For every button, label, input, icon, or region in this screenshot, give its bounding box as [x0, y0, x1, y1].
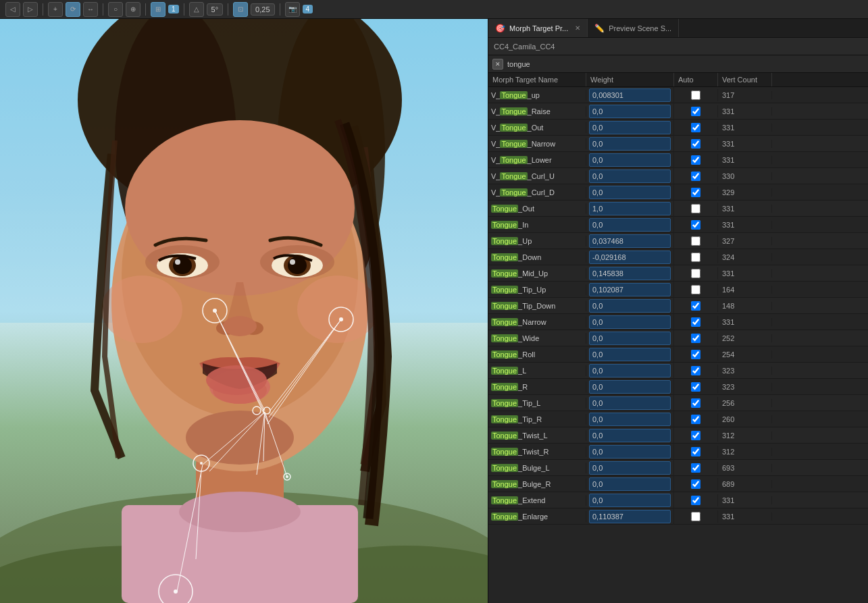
- auto-checkbox[interactable]: [691, 496, 700, 505]
- auto-cell[interactable]: [674, 348, 718, 361]
- weight-cell[interactable]: [586, 217, 674, 233]
- auto-cell[interactable]: [674, 446, 718, 458]
- auto-cell[interactable]: [674, 138, 718, 150]
- weight-cell[interactable]: [586, 201, 674, 217]
- weight-input[interactable]: [589, 477, 671, 491]
- auto-checkbox[interactable]: [691, 285, 700, 294]
- toolbar-btn-grid[interactable]: ⊞: [151, 2, 165, 17]
- auto-checkbox[interactable]: [691, 317, 700, 327]
- auto-cell[interactable]: [674, 462, 718, 474]
- auto-checkbox[interactable]: [691, 107, 700, 116]
- auto-checkbox[interactable]: [691, 431, 700, 440]
- weight-cell[interactable]: [586, 136, 674, 152]
- weight-cell[interactable]: [586, 314, 674, 330]
- weight-input[interactable]: [589, 299, 671, 313]
- toolbar-btn-rotate[interactable]: ⊕: [126, 2, 141, 17]
- auto-checkbox[interactable]: [691, 123, 700, 132]
- auto-cell[interactable]: [674, 284, 718, 296]
- auto-checkbox[interactable]: [691, 415, 700, 424]
- weight-cell[interactable]: [586, 379, 674, 395]
- weight-input[interactable]: [589, 510, 671, 523]
- weight-input[interactable]: [589, 251, 671, 264]
- weight-cell[interactable]: [586, 492, 674, 508]
- weight-input[interactable]: [589, 364, 671, 377]
- weight-input[interactable]: [589, 186, 671, 199]
- weight-cell[interactable]: [586, 282, 674, 298]
- auto-cell[interactable]: [674, 316, 718, 328]
- auto-cell[interactable]: [674, 429, 718, 442]
- auto-checkbox[interactable]: [691, 220, 700, 230]
- weight-cell[interactable]: [586, 103, 674, 120]
- tab-morph[interactable]: 🎯 Morph Target Pr... ✕: [488, 19, 588, 37]
- weight-cell[interactable]: [586, 330, 674, 346]
- weight-input[interactable]: [589, 332, 671, 345]
- auto-checkbox[interactable]: [691, 463, 700, 473]
- weight-input[interactable]: [589, 267, 671, 280]
- weight-input[interactable]: [589, 137, 671, 151]
- morph-tab-close[interactable]: ✕: [575, 24, 580, 32]
- auto-checkbox[interactable]: [691, 512, 700, 521]
- auto-cell[interactable]: [674, 381, 718, 393]
- auto-cell[interactable]: [674, 122, 718, 134]
- weight-input[interactable]: [589, 396, 671, 410]
- weight-input[interactable]: [589, 218, 671, 232]
- auto-checkbox[interactable]: [691, 366, 700, 375]
- weight-cell[interactable]: [586, 427, 674, 444]
- weight-input[interactable]: [589, 461, 671, 475]
- weight-cell[interactable]: [586, 298, 674, 314]
- toolbar-btn-add[interactable]: +: [48, 2, 63, 17]
- weight-cell[interactable]: [586, 87, 674, 103]
- weight-input[interactable]: [589, 202, 671, 215]
- weight-input[interactable]: [589, 169, 671, 183]
- auto-checkbox[interactable]: [691, 382, 700, 392]
- weight-input[interactable]: [589, 445, 671, 458]
- auto-checkbox[interactable]: [691, 139, 700, 149]
- toolbar-angle-value[interactable]: 5°: [207, 3, 224, 16]
- auto-checkbox[interactable]: [691, 172, 700, 181]
- auto-cell[interactable]: [674, 510, 718, 523]
- weight-cell[interactable]: [586, 152, 674, 168]
- auto-cell[interactable]: [674, 478, 718, 490]
- auto-checkbox[interactable]: [691, 253, 700, 262]
- tab-preview[interactable]: ✏️ Preview Scene S...: [588, 19, 679, 37]
- auto-cell[interactable]: [674, 235, 718, 247]
- toolbar-btn-sync[interactable]: ⟳: [66, 2, 80, 17]
- weight-cell[interactable]: [586, 265, 674, 282]
- weight-cell[interactable]: [586, 363, 674, 379]
- filter-clear-btn[interactable]: ✕: [492, 59, 503, 70]
- auto-cell[interactable]: [674, 397, 718, 409]
- auto-cell[interactable]: [674, 186, 718, 199]
- weight-cell[interactable]: [586, 508, 674, 525]
- weight-cell[interactable]: [586, 184, 674, 201]
- weight-cell[interactable]: [586, 476, 674, 492]
- auto-cell[interactable]: [674, 105, 718, 117]
- filter-input[interactable]: [507, 60, 864, 68]
- toolbar-btn-arrows[interactable]: ↔: [83, 2, 98, 17]
- weight-cell[interactable]: [586, 249, 674, 265]
- morph-table[interactable]: V_Tongue_up317V_Tongue_Raise331V_Tongue_…: [488, 87, 868, 603]
- auto-checkbox[interactable]: [691, 269, 700, 278]
- weight-input[interactable]: [589, 283, 671, 296]
- toolbar-btn-1[interactable]: ◁: [5, 2, 20, 17]
- weight-input[interactable]: [589, 315, 671, 329]
- auto-checkbox[interactable]: [691, 398, 700, 408]
- weight-cell[interactable]: [586, 460, 674, 476]
- weight-input[interactable]: [589, 153, 671, 167]
- weight-cell[interactable]: [586, 395, 674, 411]
- toolbar-btn-camera[interactable]: 📷: [285, 2, 300, 17]
- weight-cell[interactable]: [586, 120, 674, 136]
- weight-input[interactable]: [589, 234, 671, 248]
- viewport-3d[interactable]: [0, 19, 488, 603]
- auto-checkbox[interactable]: [691, 334, 700, 343]
- weight-cell[interactable]: [586, 411, 674, 427]
- weight-cell[interactable]: [586, 444, 674, 460]
- auto-cell[interactable]: [674, 332, 718, 344]
- weight-input[interactable]: [589, 88, 671, 102]
- auto-checkbox[interactable]: [691, 155, 700, 165]
- toolbar-snap-value[interactable]: 0,25: [251, 3, 274, 16]
- auto-cell[interactable]: [674, 154, 718, 166]
- auto-cell[interactable]: [674, 251, 718, 263]
- auto-cell[interactable]: [674, 89, 718, 101]
- weight-input[interactable]: [589, 429, 671, 442]
- auto-checkbox[interactable]: [691, 447, 700, 456]
